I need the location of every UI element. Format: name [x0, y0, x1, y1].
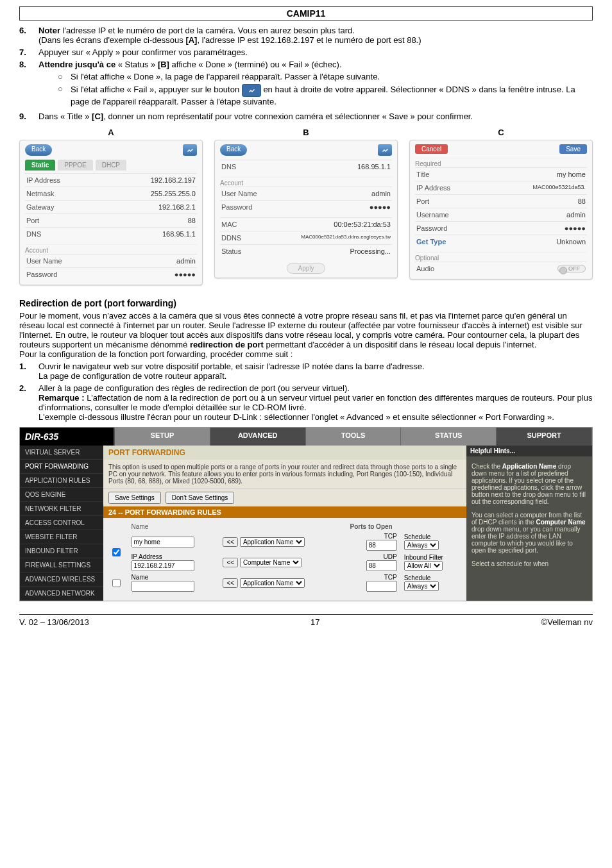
username-label: User Name [221, 190, 257, 197]
app-name-select[interactable]: Application Name [240, 578, 305, 588]
step-6-num: 6. [19, 26, 38, 45]
tab-status[interactable]: STATUS [401, 428, 497, 446]
tcp-port-input[interactable] [366, 540, 397, 551]
redir-para-2: Pour la configuration de la fonction por… [19, 349, 593, 359]
back-button[interactable]: Back [220, 144, 247, 156]
password-value[interactable]: ●●●●● [565, 224, 586, 232]
computer-name-select[interactable]: Computer Name [240, 558, 302, 567]
password-label: Password [26, 271, 57, 278]
udp-port-input[interactable] [366, 560, 397, 571]
sidebar-item-qos-engine[interactable]: QOS ENGINE [20, 488, 103, 502]
sidebar-item-inbound-filter[interactable]: INBOUND FILTER [20, 544, 103, 558]
sidebar-item-application-rules[interactable]: APPLICATION RULES [20, 474, 103, 488]
copy-app-button[interactable]: << [223, 537, 238, 547]
username-value[interactable]: admin [566, 211, 586, 219]
tab-advanced[interactable]: ADVANCED [210, 428, 306, 446]
tcp-label: TCP [384, 574, 397, 581]
ddns-value: MAC000e5321da53.ddns.eagleeyes.tw [301, 234, 391, 242]
apply-button[interactable]: Apply [287, 263, 325, 274]
step-8-sub2: Si l'état affiche « Fail », appuyer sur … [71, 84, 593, 106]
app-name-select[interactable]: Application Name [240, 537, 305, 547]
bullet-mark: ○ [58, 72, 71, 81]
password-label: Password [416, 224, 447, 232]
rule-checkbox[interactable] [112, 548, 121, 556]
sidebar-item-firewall-settings[interactable]: FIREWALL SETTINGS [20, 558, 103, 572]
ddns-label: DDNS [221, 234, 241, 242]
tab-static[interactable]: Static [25, 160, 55, 171]
gateway-label: Gateway [26, 203, 54, 211]
gettype-label[interactable]: Get Type [416, 238, 446, 246]
mac-label: MAC [221, 221, 237, 228]
copy-app-button[interactable]: << [223, 578, 238, 588]
pf-description: This option is used to open multiple por… [103, 460, 466, 488]
pf-step-1-body: Ouvrir le navigateur web sur votre dispo… [38, 362, 593, 381]
account-section: Account [25, 244, 197, 254]
sidebar-item-network-filter[interactable]: NETWORK FILTER [20, 502, 103, 516]
password-value: ●●●●● [370, 203, 391, 211]
dns-label: DNS [26, 230, 41, 238]
dont-save-settings-button[interactable]: Don't Save Settings [166, 492, 235, 504]
rule-checkbox[interactable] [112, 579, 121, 587]
ip-label: IP Address [132, 553, 162, 560]
sidebar-item-website-filter[interactable]: WEBSITE FILTER [20, 530, 103, 544]
pf-rules-heading: 24 -- PORT FORWARDING RULES [103, 506, 466, 518]
schedule-label: Schedule [404, 533, 431, 540]
tab-dhcp[interactable]: DHCP [96, 160, 126, 171]
back-button[interactable]: Back [25, 144, 52, 156]
cancel-button[interactable]: Cancel [415, 144, 448, 154]
netmask-value: 255.255.255.0 [151, 190, 196, 197]
tab-pppoe[interactable]: PPPOE [58, 160, 92, 171]
pf-step-2-body: Aller à la page de configuration des règ… [38, 383, 593, 422]
panel-c-letter: C [409, 128, 593, 137]
audio-toggle[interactable]: OFF [557, 265, 586, 272]
panel-a-letter: A [19, 128, 203, 137]
tool-icon[interactable] [378, 144, 392, 156]
tab-tools[interactable]: TOOLS [306, 428, 402, 446]
port-label: Port [26, 217, 39, 224]
udp-label: UDP [384, 553, 397, 560]
copy-comp-button[interactable]: << [223, 558, 238, 567]
tab-setup[interactable]: SETUP [115, 428, 210, 446]
ip-address-value: 192.168.2.197 [151, 176, 196, 184]
schedule-select[interactable]: Always [404, 581, 439, 591]
rule-name-input[interactable] [132, 581, 194, 592]
bullet-mark: ○ [58, 84, 71, 106]
inbound-filter-label: Inbound Filter [404, 554, 443, 561]
port-value[interactable]: 88 [578, 197, 586, 205]
ip-address-label: IP Address [416, 184, 450, 192]
tool-icon[interactable] [183, 144, 197, 156]
ip-address-value[interactable]: MAC000e5321da53. [532, 184, 586, 192]
sidebar-item-access-control[interactable]: ACCESS CONTROL [20, 516, 103, 530]
username-value: admin [371, 190, 391, 197]
port-forwarding-heading: Redirection de port (port forwarding) [19, 298, 593, 308]
tcp-label: TCP [384, 533, 397, 540]
status-value: Processing... [350, 247, 391, 255]
sidebar-item-advanced-network[interactable]: ADVANCED NETWORK [20, 587, 103, 601]
step-7-body: Appuyer sur « Apply » pour confirmer vos… [38, 47, 593, 57]
title-value[interactable]: my home [557, 171, 586, 178]
optional-section: Optional [415, 252, 587, 262]
tcp-port-input[interactable] [366, 581, 397, 592]
footer-copyright: ©Velleman nv [541, 617, 593, 627]
save-button[interactable]: Save [559, 144, 587, 154]
help-title: Helpful Hints... [466, 446, 592, 456]
inbound-filter-select[interactable]: Allow All [404, 561, 443, 571]
name-label: Name [132, 574, 149, 581]
sidebar-item-advanced-wireless[interactable]: ADVANCED WIRELESS [20, 572, 103, 587]
step-9-body: Dans « Title » [C], donner un nom représ… [38, 112, 593, 121]
tab-support[interactable]: SUPPORT [497, 428, 592, 446]
step-8-num: 8. [19, 60, 38, 109]
tool-icon [242, 84, 261, 97]
username-label: Username [416, 211, 449, 219]
panel-b-letter: B [214, 128, 398, 137]
save-settings-button[interactable]: Save Settings [108, 492, 161, 504]
sidebar-item-port-forwarding[interactable]: PORT FORWARDING [20, 460, 103, 474]
step-6-body: Noter l'adresse IP et le numéro de port … [38, 26, 593, 45]
sidebar-item-virtual-server[interactable]: VIRTUAL SERVER [20, 446, 103, 460]
mac-value: 00:0e:53:21:da:53 [334, 221, 391, 228]
rule-ip-input[interactable] [132, 560, 194, 571]
pf-step-1-num: 1. [19, 362, 38, 381]
dns-label: DNS [221, 163, 236, 171]
schedule-select[interactable]: Always [404, 540, 439, 550]
rule-name-input[interactable] [132, 537, 194, 547]
